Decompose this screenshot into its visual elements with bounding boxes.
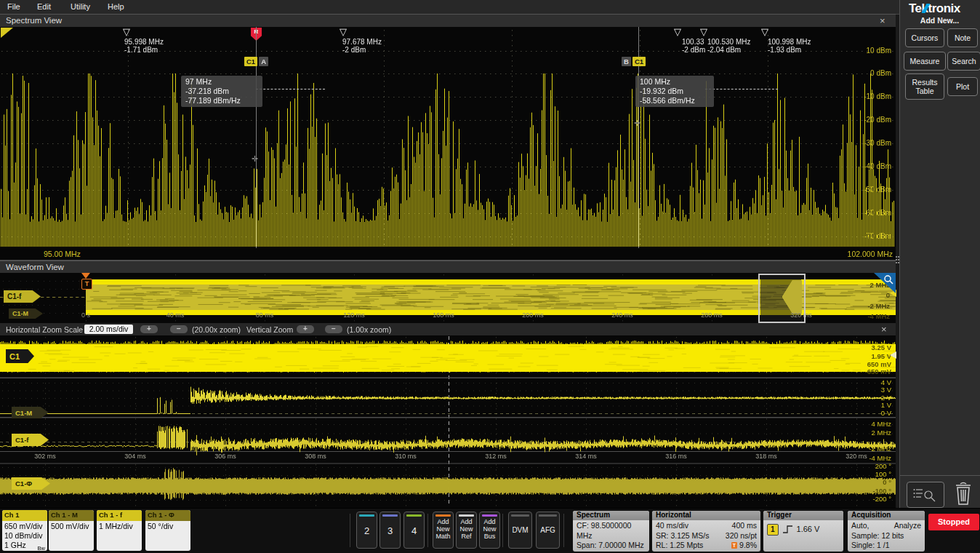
channel-badge-ch1phi[interactable]: Ch 1 - Φ 50 °/div [145, 510, 190, 551]
c1phi-scale-label: 100 ° [836, 470, 891, 478]
panel-drag-handle[interactable] [896, 256, 897, 258]
horizontal-settings-badge[interactable]: Horizontal 40 ms/div400 ms SR: 3.125 MS/… [652, 511, 760, 552]
ch1-bandwidth: 1 GHzBw [4, 541, 45, 550]
spectrum-settings-badge[interactable]: Spectrum CF: 98.5000000 MHz Span: 7.0000… [573, 511, 649, 552]
h-zoom-scale-label: Horizontal Zoom Scale [6, 325, 83, 334]
ch1-vscale: 650 mV/div [4, 522, 45, 531]
search-button[interactable]: Search [947, 52, 980, 71]
amplitude-tick-label: 10 dBm [835, 47, 891, 55]
c1-scale-label: -650 mV [836, 367, 891, 375]
acq-single: Single: 1 /1 [851, 541, 921, 551]
h-zoom-plus-button[interactable]: + [140, 325, 158, 333]
v-zoom-minus-button[interactable]: − [325, 325, 342, 333]
peak-marker-icon[interactable]: ▽ [761, 27, 768, 36]
ch3-color-stripe [382, 514, 398, 517]
add-new-ref-button[interactable]: AddNewRef [456, 512, 477, 549]
measure-button[interactable]: Measure [904, 52, 946, 71]
channel-badge-ch1[interactable]: Ch 1 650 mV/div 10 dBm/div 1 GHzBw [2, 510, 47, 551]
overview-scale-label: -2 MHz [843, 302, 890, 310]
amplitude-tick-label: -20 dBm [835, 116, 891, 124]
c1m-scale-label: 1 V [836, 401, 891, 409]
peak-marker-label: 100.33-2 dBm [682, 38, 705, 54]
tektronix-logo: Tektronix [909, 1, 960, 16]
dvm-button[interactable]: DVM [508, 512, 532, 549]
run-stop-status-button[interactable]: Stopped [928, 514, 979, 530]
trigger-position-icon[interactable] [81, 273, 90, 279]
zoom-time-label: 310 ms [390, 453, 422, 460]
zoom-time-label: 304 ms [119, 453, 151, 460]
ch1-dbm-scale: 10 dBm/div [4, 531, 45, 541]
span: Span: 7.00000 MHz [577, 541, 646, 551]
peak-marker-label: 95.998 MHz-1.71 dBm [124, 38, 164, 54]
acq-analyze: Analyze [894, 521, 921, 531]
cursor-a-readout: 97 MHz-37.218 dBm-77.189 dBm/Hz [181, 76, 262, 107]
zoom-toolbar: Horizontal Zoom Scale 2.00 ms/div + − (2… [0, 323, 896, 336]
amplitude-tick-label: -50 dBm [835, 186, 891, 194]
zoom-traces-canvas [0, 335, 896, 507]
menu-help[interactable]: Help [108, 2, 124, 11]
overview-time-label: 200 ms [517, 311, 549, 319]
h-zoom-minus-button[interactable]: − [170, 325, 188, 333]
trigger-position-marker[interactable]: T [81, 279, 92, 290]
zoom-region-box[interactable] [758, 274, 806, 323]
zoom-close-button[interactable]: × [881, 325, 887, 334]
amplitude-tick-label: -70 dBm [835, 232, 891, 240]
cursor-a-move-icon[interactable]: ✛ [250, 154, 260, 164]
peak-marker-icon[interactable]: ▽ [700, 27, 707, 36]
list-magnifier-icon [912, 486, 939, 504]
peak-marker-icon[interactable]: ▽ [340, 27, 347, 36]
end-frequency-label: 102.000 MHz [829, 250, 893, 258]
c1-scale-label: 1.95 V [836, 352, 891, 360]
menu-utility[interactable]: Utility [71, 2, 90, 11]
zoom-time-label: 316 ms [660, 453, 692, 460]
peak-marker-icon[interactable]: ▽ [123, 27, 130, 36]
sample-rate: SR: 3.125 MS/s [656, 531, 710, 541]
cursors-button[interactable]: Cursors [905, 28, 944, 47]
v-zoom-plus-button[interactable]: + [297, 325, 314, 333]
trigger-settings-badge[interactable]: Trigger 1 1.66 V [763, 511, 843, 552]
overview-time-label: 40 ms [159, 311, 191, 319]
spectrum-close-button[interactable]: × [880, 16, 885, 25]
h-window: 400 ms [732, 521, 757, 531]
waveform-view-title: Waveform View [6, 263, 64, 271]
bus-color-stripe [482, 514, 497, 517]
zoom-time-label: 306 ms [209, 453, 241, 460]
overview-scale-label: -4 MHz [843, 312, 890, 320]
cursor-b-badge[interactable]: BC1 [622, 54, 646, 67]
afg-button[interactable]: AFG [536, 512, 560, 549]
note-button[interactable]: Note [947, 28, 978, 47]
add-new-math-button[interactable]: AddNewMath [433, 512, 454, 549]
sidebar-divider [900, 475, 980, 476]
ch1m-vscale: 500 mV/div [51, 522, 92, 531]
ch1f-vscale: 1 MHz/div [99, 522, 140, 531]
add-new-bus-button[interactable]: AddNewBus [479, 512, 500, 549]
zoom-time-label: 318 ms [750, 453, 782, 460]
channel-3-button[interactable]: 3 [379, 512, 401, 549]
bandwidth-limit-icon: Bw [38, 544, 45, 551]
start-frequency-label: 95.00 MHz [44, 250, 81, 258]
v-zoom-label: Vertical Zoom [246, 325, 293, 334]
ch1f-header: Ch 1 - f [97, 510, 142, 521]
overview-time-label: 120 ms [338, 311, 370, 319]
peak-marker-icon[interactable]: ▽ [674, 27, 681, 36]
cursor-b-move-icon[interactable]: ✛ [632, 119, 642, 128]
trash-icon[interactable] [953, 481, 973, 507]
plot-button[interactable]: Plot [947, 77, 978, 96]
results-table-button[interactable]: Results Table [905, 73, 944, 100]
h-zoom-scale-value[interactable]: 2.00 ms/div [84, 325, 133, 334]
channel-badge-ch1m[interactable]: Ch 1 - M 500 mV/div [49, 510, 94, 551]
channel-badge-ch1f[interactable]: Ch 1 - f 1 MHz/div [97, 510, 142, 551]
menu-file[interactable]: File [7, 2, 20, 11]
channel-4-button[interactable]: 4 [403, 512, 425, 549]
spectrum-view-title: Spectrum View [6, 16, 62, 25]
menu-edit[interactable]: Edit [37, 2, 51, 11]
zoom-results-button[interactable] [907, 482, 944, 508]
ref-color-stripe [459, 514, 474, 517]
h-scale: 40 ms/div [656, 521, 688, 531]
c1f-scale-label: 4 MHz [836, 420, 891, 428]
record-length: RL: 1.25 Mpts [656, 541, 703, 551]
cursor-a-badge[interactable]: C1A [244, 54, 268, 67]
channel-2-button[interactable]: 2 [356, 512, 377, 549]
acquisition-settings-badge[interactable]: Acquisition Auto,Analyze Sample: 12 bits… [848, 511, 925, 552]
ch4-color-stripe [406, 514, 422, 517]
